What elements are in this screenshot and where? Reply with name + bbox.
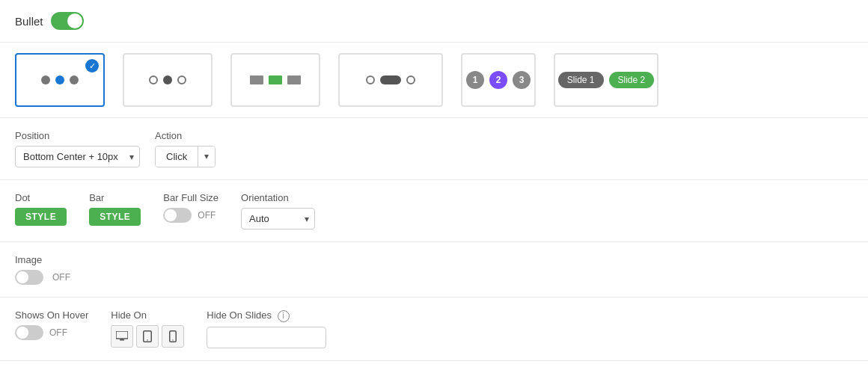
pill2 [380, 76, 401, 84]
bullet-section: Bullet [0, 0, 868, 43]
dot3 [70, 76, 79, 84]
slide2-label: Slide 2 [609, 72, 655, 88]
position-group: Position Bottom Center + 10px Bottom Cen… [15, 130, 140, 167]
bar3 [287, 76, 301, 84]
action-chevron-icon[interactable]: ▾ [198, 147, 215, 167]
svg-point-4 [147, 339, 148, 341]
bullet-option-dots-filled[interactable]: ✓ [15, 53, 105, 107]
bar2 [269, 76, 282, 84]
position-action-section: Position Bottom Center + 10px Bottom Cen… [0, 118, 868, 180]
tablet-icon [143, 330, 152, 342]
bar-full-size-toggle-thumb [165, 209, 177, 221]
num3: 3 [513, 71, 531, 89]
dot2 [55, 76, 64, 84]
bullet-toggle[interactable] [51, 12, 84, 30]
hide-on-slides-label: Hide On Slides i [207, 309, 326, 322]
bar-label: Bar [89, 192, 141, 203]
position-select-wrapper: Bottom Center + 10px Bottom Center Botto… [15, 146, 140, 167]
action-value: Click [156, 147, 198, 167]
bar-full-size-toggle[interactable] [163, 208, 192, 223]
labels-preview: Slide 1 Slide 2 [558, 72, 654, 88]
bottom-section: Shows On Hover OFF Hide On [0, 298, 868, 361]
selected-check: ✓ [85, 59, 99, 73]
num2: 2 [489, 71, 507, 89]
image-group: Image OFF [15, 254, 853, 285]
bullet-option-numbers[interactable]: 1 2 3 [461, 53, 536, 107]
pills-preview [366, 76, 415, 84]
svg-rect-2 [121, 339, 123, 340]
svg-point-6 [173, 339, 174, 340]
mobile-icon [169, 330, 177, 342]
bullet-option-pills[interactable] [338, 53, 443, 107]
desktop-icon [116, 331, 128, 342]
hide-on-label: Hide On [111, 309, 184, 321]
bar1 [250, 76, 263, 84]
action-select-wrapper[interactable]: Click ▾ [155, 146, 216, 167]
image-toggle-thumb [16, 271, 28, 283]
bullet-toggle-thumb [67, 13, 82, 28]
dots-outline-preview [149, 76, 186, 84]
hide-on-slides-group: Hide On Slides i [207, 309, 326, 348]
shows-on-hover-label: Shows On Hover [15, 309, 88, 321]
bar-full-size-label: Bar Full Size [163, 192, 218, 203]
dot-label: Dot [15, 192, 67, 203]
shows-on-hover-toggle[interactable] [15, 325, 43, 340]
bar-full-size-off-label: OFF [198, 210, 216, 221]
hide-on-slides-info-icon[interactable]: i [278, 310, 290, 322]
svg-rect-0 [116, 331, 128, 339]
pill3 [406, 76, 415, 84]
bullet-option-bars[interactable] [230, 53, 320, 107]
dot1 [41, 76, 50, 84]
image-toggle[interactable] [15, 270, 43, 285]
bar-full-size-group: Bar Full Size OFF [163, 192, 218, 223]
bullet-options-row: ✓ 1 2 3 [0, 43, 868, 118]
bullet-label: Bullet [15, 15, 43, 28]
hide-on-icons-row [111, 325, 184, 348]
bar-style-button[interactable]: STYLE [89, 208, 141, 226]
hide-on-tablet-button[interactable] [136, 325, 159, 348]
orientation-label: Orientation [241, 192, 315, 203]
dot-style-button[interactable]: STYLE [15, 208, 67, 226]
image-off-label: OFF [52, 272, 70, 283]
orientation-select[interactable]: Auto Horizontal Vertical [241, 208, 315, 229]
slide1-label: Slide 1 [558, 72, 604, 88]
dot1 [149, 76, 158, 84]
orientation-group: Orientation Auto Horizontal Vertical ▾ [241, 192, 315, 229]
bars-preview [250, 76, 301, 84]
dot-group: Dot STYLE [15, 192, 67, 226]
hide-on-desktop-button[interactable] [111, 325, 133, 348]
pill1 [366, 76, 375, 84]
hide-on-mobile-button[interactable] [162, 325, 184, 348]
style-options-section: Dot STYLE Bar STYLE Bar Full Size OFF Or… [0, 180, 868, 242]
position-label: Position [15, 130, 140, 141]
image-label: Image [15, 254, 853, 265]
image-section: Image OFF [0, 242, 868, 298]
action-label: Action [155, 130, 216, 141]
shows-on-hover-off-label: OFF [49, 327, 67, 338]
orientation-select-wrapper: Auto Horizontal Vertical ▾ [241, 208, 315, 229]
shows-on-hover-group: Shows On Hover OFF [15, 309, 88, 340]
dot2 [163, 76, 172, 84]
dots-filled-preview [41, 76, 79, 84]
dot3 [177, 76, 186, 84]
position-select[interactable]: Bottom Center + 10px Bottom Center Botto… [15, 146, 140, 167]
numbers-preview: 1 2 3 [466, 71, 531, 89]
hide-on-slides-input[interactable] [207, 327, 326, 348]
num1: 1 [466, 71, 484, 89]
bar-group: Bar STYLE [89, 192, 141, 226]
bullet-option-labels[interactable]: Slide 1 Slide 2 [554, 53, 658, 107]
shows-on-hover-toggle-thumb [16, 327, 28, 339]
hide-on-group: Hide On [111, 309, 184, 348]
action-group: Action Click ▾ [155, 130, 216, 167]
bullet-option-dots-outline[interactable] [123, 53, 213, 107]
